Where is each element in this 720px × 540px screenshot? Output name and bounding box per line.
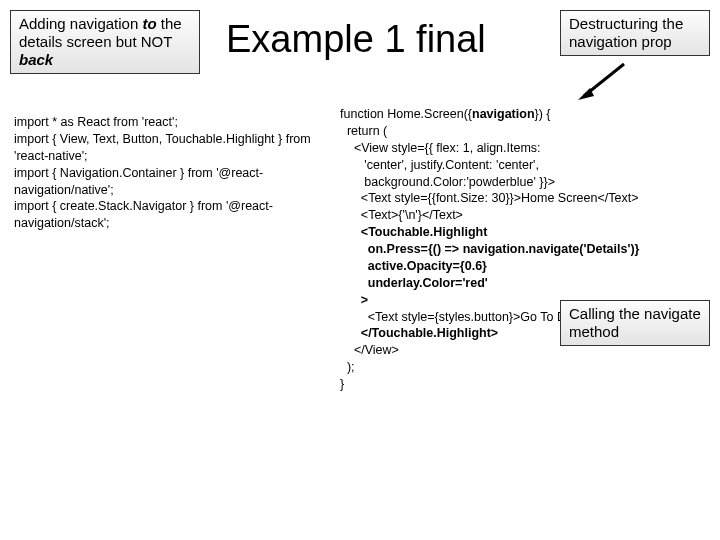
slide-title: Example 1 final	[226, 18, 486, 61]
callout-text: Calling the navigate method	[569, 305, 701, 340]
callout-adding-navigation: Adding navigation to the details screen …	[10, 10, 200, 74]
svg-marker-1	[578, 88, 594, 100]
callout-text: Adding navigation to the details screen …	[19, 15, 182, 68]
code-imports: import * as React from 'react'; import {…	[14, 114, 319, 232]
callout-destructuring: Destructuring the navigation prop	[560, 10, 710, 56]
code-homescreen: function Home.Screen({navigation}) { ret…	[340, 106, 710, 393]
callout-text: Destructuring the navigation prop	[569, 15, 683, 50]
callout-navigate-method: Calling the navigate method	[560, 300, 710, 346]
arrow-icon	[576, 60, 636, 100]
svg-line-0	[584, 64, 624, 96]
